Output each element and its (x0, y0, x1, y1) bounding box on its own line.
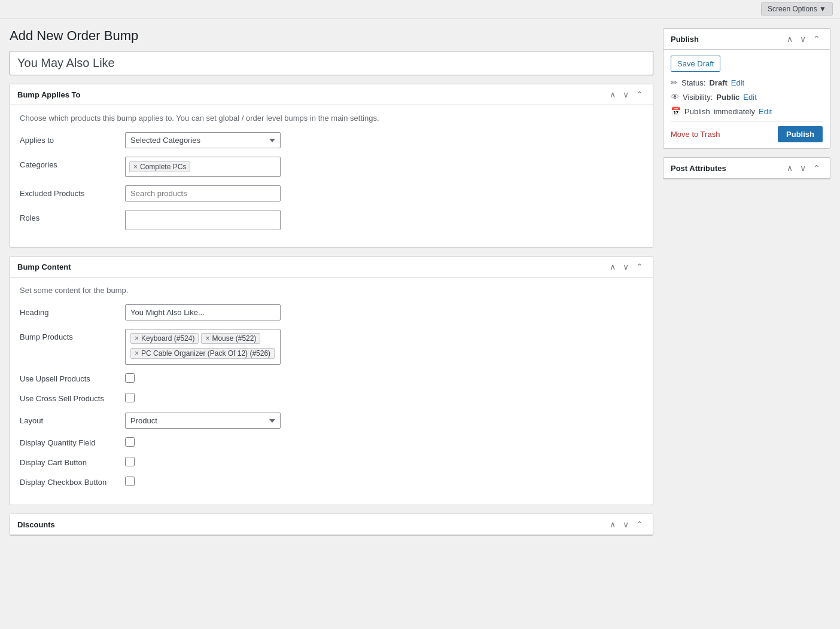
move-to-trash-link[interactable]: Move to Trash (671, 130, 720, 139)
bump-products-tag-input[interactable]: × Keyboard (#524) × Mouse (#522) × PC Ca… (125, 329, 281, 365)
screen-options-button[interactable]: Screen Options ▼ (761, 2, 833, 16)
publish-metabox-body: Save Draft ✏ Status: Draft Edit 👁 Visibi… (664, 50, 830, 148)
display-quantity-label: Display Quantity Field (20, 438, 115, 447)
tag-remove-cable-icon[interactable]: × (135, 350, 139, 357)
use-upsell-checkbox[interactable] (125, 373, 135, 383)
tag-keyboard: × Keyboard (#524) (130, 333, 199, 344)
publish-footer: Move to Trash Publish (671, 121, 823, 142)
heading-row: Heading (20, 304, 643, 320)
publish-button[interactable]: Publish (778, 126, 823, 142)
use-upsell-row: Use Upsell Products (20, 373, 643, 384)
post-title-input[interactable] (10, 51, 653, 75)
tag-cable-organizer: × PC Cable Organizer (Pack Of 12) (#526) (130, 348, 275, 359)
roles-tag-input[interactable] (125, 210, 281, 230)
status-edit-link[interactable]: Edit (731, 78, 744, 87)
use-crosssell-row: Use Cross Sell Products (20, 393, 643, 404)
collapse-down-button[interactable]: ∨ (620, 89, 631, 100)
use-upsell-label: Use Upsell Products (20, 374, 115, 383)
bump-products-row: Bump Products × Keyboard (#524) × Mouse … (20, 329, 643, 365)
bump-content-controls: ∧ ∨ ⌃ (607, 261, 646, 272)
bump-content-header: Bump Content ∧ ∨ ⌃ (10, 257, 653, 277)
discounts-expand[interactable]: ⌃ (634, 519, 646, 530)
visibility-row: 👁 Visibility: Public Edit (671, 92, 823, 102)
applies-to-select[interactable]: Selected Categories All Products Selecte… (125, 132, 281, 148)
status-row: ✏ Status: Draft Edit (671, 78, 823, 87)
discounts-collapse-up[interactable]: ∧ (607, 519, 618, 530)
post-attributes-header: Post Attributes ∧ ∨ ⌃ (664, 158, 830, 179)
use-crosssell-checkbox[interactable] (125, 393, 135, 402)
bump-applies-to-description: Choose which products this bump applies … (20, 114, 643, 123)
use-crosssell-label: Use Cross Sell Products (20, 394, 115, 403)
bump-applies-to-metabox: Bump Applies To ∧ ∨ ⌃ Choose which produ… (10, 84, 653, 248)
bump-products-label: Bump Products (20, 329, 115, 341)
save-draft-button[interactable]: Save Draft (671, 56, 720, 72)
applies-to-label: Applies to (20, 132, 115, 145)
display-cart-checkbox[interactable] (125, 457, 135, 466)
collapse-up-button[interactable]: ∧ (607, 89, 618, 100)
tag-remove-icon[interactable]: × (133, 163, 138, 170)
display-checkbox-field (125, 477, 135, 488)
heading-label: Heading (20, 304, 115, 317)
tag-cable-label: PC Cable Organizer (Pack Of 12) (#526) (141, 349, 270, 358)
discounts-collapse-down[interactable]: ∨ (620, 519, 631, 530)
tag-keyboard-label: Keyboard (#524) (141, 334, 194, 343)
bump-content-title: Bump Content (17, 262, 71, 271)
tag-mouse: × Mouse (#522) (201, 333, 260, 344)
post-attr-collapse-down[interactable]: ∨ (798, 163, 808, 173)
categories-label: Categories (20, 157, 115, 169)
layout-row: Layout Product List (20, 413, 643, 429)
roles-label: Roles (20, 210, 115, 222)
discounts-controls: ∧ ∨ ⌃ (607, 519, 646, 530)
heading-input[interactable] (125, 304, 281, 320)
post-attr-expand[interactable]: ⌃ (811, 163, 823, 173)
roles-row: Roles (20, 210, 643, 230)
publish-collapse-down[interactable]: ∨ (798, 33, 808, 44)
excluded-products-input[interactable] (125, 185, 281, 201)
display-cart-field (125, 457, 135, 468)
layout-label: Layout (20, 413, 115, 425)
publish-metabox-controls: ∧ ∨ ⌃ (784, 33, 823, 44)
publish-metabox-title: Publish (671, 35, 699, 44)
expand-button[interactable]: ⌃ (634, 89, 646, 100)
display-checkbox-checkbox[interactable] (125, 477, 135, 486)
bump-content-expand[interactable]: ⌃ (634, 261, 646, 272)
post-attr-collapse-up[interactable]: ∧ (784, 163, 795, 173)
display-cart-row: Display Cart Button (20, 457, 643, 468)
bump-content-body: Set some content for the bump. Heading B… (10, 277, 653, 505)
post-attributes-metabox: Post Attributes ∧ ∨ ⌃ (663, 157, 830, 179)
visibility-edit-link[interactable]: Edit (743, 93, 756, 102)
publish-date-edit-link[interactable]: Edit (759, 107, 772, 116)
display-checkbox-row: Display Checkbox Button (20, 477, 643, 488)
use-crosssell-field (125, 393, 135, 404)
tag-complete-pcs: × Complete PCs (129, 161, 190, 172)
use-upsell-field (125, 373, 135, 384)
publish-metabox: Publish ∧ ∨ ⌃ Save Draft ✏ Status: Draft… (663, 28, 830, 149)
excluded-products-label: Excluded Products (20, 185, 115, 198)
excluded-products-row: Excluded Products (20, 185, 643, 201)
visibility-icon: 👁 (671, 92, 679, 102)
layout-select[interactable]: Product List (125, 413, 281, 429)
publish-collapse-up[interactable]: ∧ (784, 33, 795, 44)
status-icon: ✏ (671, 78, 678, 87)
tag-mouse-label: Mouse (#522) (212, 334, 256, 343)
categories-tag-input[interactable]: × Complete PCs (125, 157, 281, 177)
tag-remove-keyboard-icon[interactable]: × (135, 335, 139, 342)
publish-expand[interactable]: ⌃ (811, 33, 823, 44)
bump-content-collapse-up[interactable]: ∧ (607, 261, 618, 272)
bump-applies-to-header: Bump Applies To ∧ ∨ ⌃ (10, 84, 653, 105)
bump-content-collapse-down[interactable]: ∨ (620, 261, 631, 272)
calendar-icon: 📅 (671, 106, 681, 116)
visibility-value: Public (716, 93, 739, 102)
bump-applies-to-body: Choose which products this bump applies … (10, 105, 653, 247)
bump-content-description: Set some content for the bump. (20, 286, 643, 295)
bump-applies-to-title: Bump Applies To (17, 90, 80, 99)
discounts-title: Discounts (17, 520, 55, 529)
tag-label: Complete PCs (140, 163, 186, 171)
applies-to-row: Applies to Selected Categories All Produ… (20, 132, 643, 148)
display-quantity-checkbox[interactable] (125, 437, 135, 447)
display-quantity-field (125, 437, 135, 448)
page-title: Add New Order Bump (10, 28, 653, 44)
bump-products-field: × Keyboard (#524) × Mouse (#522) × PC Ca… (125, 329, 643, 365)
discounts-header: Discounts ∧ ∨ ⌃ (10, 514, 653, 535)
tag-remove-mouse-icon[interactable]: × (205, 335, 209, 342)
